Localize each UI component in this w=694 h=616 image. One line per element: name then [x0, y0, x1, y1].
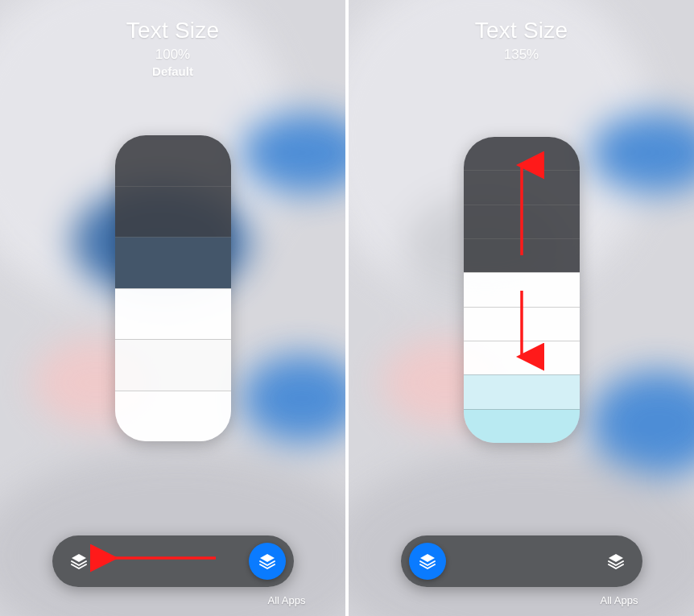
- layers-icon: [418, 552, 437, 571]
- slider-segment: [464, 205, 580, 238]
- layers-icon: [69, 552, 89, 571]
- scope-this-app-button[interactable]: [60, 543, 97, 580]
- scope-this-app-button[interactable]: [409, 543, 446, 580]
- slider-segment: [464, 409, 580, 443]
- scope-label: All Apps: [601, 594, 638, 606]
- slider-segment: [464, 238, 580, 272]
- header: Text Size 100% Default: [0, 18, 345, 78]
- slider-segment: [115, 339, 231, 391]
- slider-segment: [115, 288, 231, 340]
- scope-all-apps-button[interactable]: [597, 543, 634, 580]
- slider-segment: [115, 186, 231, 238]
- slider-segment: [464, 137, 580, 170]
- scope-all-apps-button[interactable]: [249, 543, 286, 580]
- slider-segment: [464, 272, 580, 306]
- layers-icon: [258, 552, 277, 571]
- percent-value: 100%: [0, 47, 345, 63]
- panel-text-size-default: Text Size 100% Default: [0, 0, 345, 616]
- slider-segment: [115, 391, 231, 442]
- slider-track: [115, 135, 231, 441]
- layers-icon: [606, 552, 626, 571]
- subtitle-default: Default: [0, 64, 345, 78]
- percent-value: 135%: [349, 47, 694, 63]
- slider-track: [464, 137, 580, 443]
- scope-toggle: [401, 535, 642, 587]
- title: Text Size: [0, 18, 345, 43]
- text-size-slider[interactable]: [115, 135, 231, 441]
- slider-segment: [464, 170, 580, 204]
- title: Text Size: [349, 18, 694, 43]
- text-size-slider[interactable]: [464, 137, 580, 443]
- slider-segment: [115, 135, 231, 186]
- slider-segment: [464, 374, 580, 408]
- slider-segment: [464, 341, 580, 374]
- slider-segment: [464, 307, 580, 341]
- header: Text Size 135%: [349, 18, 694, 63]
- comparison-stage: Text Size 100% Default: [0, 0, 694, 616]
- slider-segment: [115, 237, 231, 288]
- scope-toggle: [52, 535, 294, 587]
- panel-text-size-adjusted: Text Size 135%: [349, 0, 694, 616]
- scope-label: All Apps: [268, 594, 306, 606]
